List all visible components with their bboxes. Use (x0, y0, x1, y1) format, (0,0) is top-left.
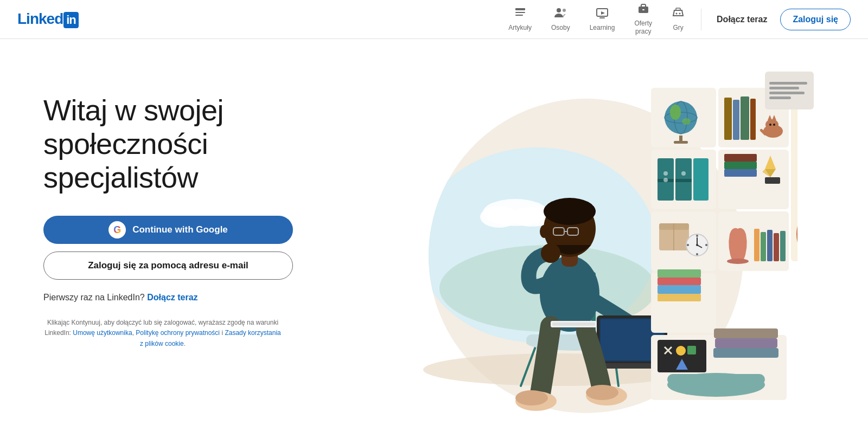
first-time-text: Pierwszy raz na LinkedIn? Dołącz teraz (43, 293, 336, 302)
svg-point-61 (765, 119, 778, 130)
svg-point-94 (705, 244, 707, 246)
svg-rect-0 (515, 8, 525, 10)
svg-point-11 (676, 12, 678, 14)
nav-item-jobs[interactable]: Ofertypracy (624, 0, 662, 39)
hero-illustration (358, 61, 825, 429)
jobs-label: Ofertypracy (634, 20, 652, 35)
svg-point-44 (586, 385, 618, 400)
learning-label: Learning (590, 24, 615, 31)
people-icon (553, 7, 567, 22)
nav-item-people[interactable]: Osoby (541, 0, 580, 39)
svg-point-50 (665, 101, 697, 134)
svg-point-91 (696, 235, 698, 237)
header: Linkedin Artykuły Osoby (0, 0, 868, 39)
join-button[interactable]: Dołącz teraz (708, 0, 776, 39)
svg-rect-1 (515, 12, 525, 13)
hero-headline: Witaj w swojej społeczności specjalistów (43, 93, 336, 194)
svg-point-54 (682, 118, 691, 125)
svg-rect-10 (676, 8, 680, 10)
svg-rect-106 (658, 269, 701, 278)
svg-rect-101 (780, 231, 786, 261)
email-signin-button[interactable]: Zaloguj się za pomocą adresu e-mail (43, 252, 293, 280)
linkedin-logo[interactable]: Linkedin (17, 10, 79, 28)
svg-rect-57 (733, 100, 739, 140)
games-icon (672, 7, 685, 22)
svg-point-4 (563, 9, 566, 12)
svg-rect-105 (658, 278, 701, 285)
svg-rect-76 (724, 169, 757, 177)
illustration-svg (385, 61, 797, 429)
signin-button[interactable]: Zaloguj się (780, 9, 851, 30)
main-content: Witaj w swojej społeczności specjalistów… (0, 39, 868, 432)
articles-icon (514, 7, 527, 22)
nav-item-articles[interactable]: Artykuły (499, 0, 541, 39)
svg-rect-7 (599, 17, 605, 18)
svg-point-3 (557, 8, 561, 12)
svg-point-31 (540, 225, 548, 238)
svg-rect-70 (675, 179, 692, 182)
svg-point-92 (696, 253, 698, 255)
learning-icon (596, 7, 609, 22)
nav-item-learning[interactable]: Learning (580, 0, 625, 39)
nav-divider (701, 9, 701, 30)
svg-point-42 (515, 390, 548, 405)
svg-rect-58 (741, 96, 749, 140)
privacy-policy-link[interactable]: Politykę ochrony prywatności (136, 329, 220, 337)
legal-text: Klikając Kontynuuj, aby dołączyć lub się… (43, 318, 282, 349)
main-nav: Artykuły Osoby Learning (499, 0, 851, 39)
svg-rect-104 (658, 285, 701, 294)
svg-rect-98 (761, 232, 766, 261)
left-panel: Witaj w swojej społeczności specjalistów… (43, 72, 336, 349)
svg-point-132 (676, 346, 686, 356)
svg-rect-71 (693, 158, 709, 201)
svg-point-73 (663, 178, 668, 182)
svg-rect-9 (642, 9, 644, 10)
svg-rect-136 (715, 338, 777, 348)
svg-rect-137 (714, 328, 778, 338)
logo-linked: Linkedin (17, 10, 79, 28)
svg-point-64 (769, 124, 771, 126)
google-icon: G (108, 221, 126, 238)
svg-rect-49 (674, 141, 688, 144)
email-button-label: Zaloguj się za pomocą adresu e-mail (88, 260, 248, 271)
corner-card (765, 72, 814, 109)
google-signin-button[interactable]: G Continue with Google (43, 216, 293, 244)
svg-rect-77 (724, 162, 757, 169)
svg-rect-82 (765, 177, 780, 184)
svg-point-30 (544, 198, 596, 225)
svg-rect-59 (750, 99, 756, 140)
svg-point-96 (727, 259, 749, 264)
svg-rect-103 (658, 294, 701, 301)
svg-rect-135 (713, 348, 778, 358)
svg-rect-56 (724, 98, 732, 140)
svg-marker-6 (601, 11, 605, 15)
svg-rect-2 (515, 15, 523, 16)
svg-rect-78 (724, 154, 757, 162)
corner-line-2 (769, 87, 799, 89)
user-agreement-link[interactable]: Umowę użytkownika (73, 329, 132, 337)
join-now-link[interactable]: Dołącz teraz (147, 293, 197, 302)
articles-label: Artykuły (508, 24, 532, 31)
svg-point-53 (670, 105, 681, 120)
svg-rect-133 (687, 346, 696, 354)
svg-point-12 (679, 12, 681, 14)
svg-rect-99 (767, 230, 773, 261)
svg-point-65 (773, 124, 775, 126)
svg-rect-97 (754, 229, 760, 261)
google-button-label: Continue with Google (132, 224, 228, 235)
svg-point-74 (681, 171, 686, 176)
corner-line-3 (769, 92, 805, 94)
corner-line-1 (769, 82, 807, 85)
nav-item-games[interactable]: Gry (662, 0, 694, 39)
svg-rect-100 (774, 233, 779, 261)
svg-point-72 (663, 171, 668, 176)
svg-rect-139 (667, 374, 765, 385)
corner-line-4 (769, 96, 791, 99)
games-label: Gry (673, 24, 683, 31)
svg-point-35 (541, 243, 560, 263)
svg-rect-46 (552, 323, 595, 326)
jobs-icon (637, 2, 650, 17)
svg-point-93 (687, 244, 689, 246)
people-label: Osoby (551, 24, 570, 31)
